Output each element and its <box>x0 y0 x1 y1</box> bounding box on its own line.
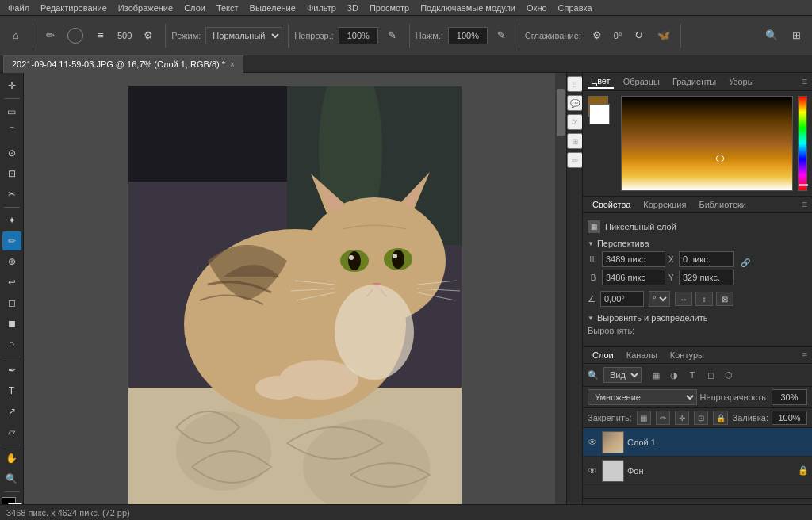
opacity-input[interactable] <box>339 27 378 44</box>
vertical-scrollbar[interactable] <box>555 73 566 520</box>
tab-channels[interactable]: Каналы <box>622 349 662 361</box>
flip-h-button[interactable]: ↔ <box>675 292 692 306</box>
rotate-button[interactable]: ↻ <box>627 25 649 47</box>
menu-file[interactable]: Файл <box>3 2 34 14</box>
panel-icon-chat[interactable]: 💬 <box>567 95 583 111</box>
menu-view[interactable]: Просмотр <box>365 2 414 14</box>
spot-heal-tool[interactable]: ✦ <box>2 211 21 230</box>
link-proportions-icon[interactable]: 🔗 <box>739 251 752 273</box>
brush-settings-button[interactable]: ⚙ <box>137 25 159 47</box>
color-panel-more[interactable]: ≡ <box>802 76 807 87</box>
tab-paths[interactable]: Контуры <box>665 349 709 361</box>
mirror-button[interactable]: 🦋 <box>653 25 675 47</box>
panel-icon-brush[interactable]: ✏ <box>567 152 583 168</box>
mode-select[interactable]: Нормальный <box>205 27 282 44</box>
angle-input[interactable] <box>600 291 644 307</box>
zoom-tool[interactable]: 🔍 <box>2 469 21 488</box>
color-swatches-fg-bg[interactable] <box>588 96 616 124</box>
eyedropper-tool[interactable]: ✂ <box>2 185 21 204</box>
layer-row-1[interactable]: 👁 Фон 🔒 <box>583 457 812 485</box>
type-tool[interactable]: T <box>2 381 21 400</box>
marquee-tool[interactable]: ▭ <box>2 102 21 121</box>
scrollbar-thumb[interactable] <box>557 89 565 136</box>
canvas-area[interactable] <box>24 73 566 520</box>
layers-panel-more[interactable]: ≡ <box>802 350 807 361</box>
lock-transparent-btn[interactable]: ▦ <box>637 411 651 425</box>
lock-artboard-btn[interactable]: ⊡ <box>694 411 708 425</box>
color-spectrum-bar[interactable] <box>798 96 807 191</box>
menu-select[interactable]: Выделение <box>245 2 301 14</box>
dodge-tool[interactable]: ○ <box>2 335 21 354</box>
brush-tool[interactable]: ✏ <box>2 231 21 250</box>
eraser-tool[interactable]: ◻ <box>2 293 21 312</box>
history-brush-tool[interactable]: ↩ <box>2 273 21 292</box>
quick-select-tool[interactable]: ⊙ <box>2 143 21 162</box>
extra-button[interactable]: ⊞ <box>785 25 807 47</box>
layers-kind-filter[interactable]: Вид <box>603 367 642 383</box>
panel-icon-fx[interactable]: fx <box>567 114 583 130</box>
lock-paint-btn[interactable]: ✏ <box>656 411 670 425</box>
color-picker-handle[interactable] <box>716 155 724 162</box>
move-tool[interactable]: ✛ <box>2 76 21 95</box>
home-button[interactable]: ⌂ <box>5 25 27 47</box>
crop-tool[interactable]: ⊡ <box>2 164 21 183</box>
panel-icon-home[interactable]: ⌂ <box>567 76 583 92</box>
filter-shape-btn[interactable]: ◻ <box>703 367 718 383</box>
opacity-value[interactable] <box>772 389 807 405</box>
flip-extra-button[interactable]: ⊠ <box>716 292 733 306</box>
tab-swatches[interactable]: Образцы <box>620 75 663 88</box>
panel-icon-layers[interactable]: ⊞ <box>567 133 583 149</box>
tab-layers[interactable]: Слои <box>588 349 619 361</box>
search-button[interactable]: 🔍 <box>760 25 783 47</box>
tab-libraries[interactable]: Библиотеки <box>694 198 751 211</box>
angle-unit-select[interactable]: ° <box>649 291 670 307</box>
menu-edit[interactable]: Редактирование <box>36 2 112 14</box>
fill-value[interactable] <box>772 411 807 425</box>
background-swatch[interactable] <box>589 104 610 124</box>
tab-gradients[interactable]: Градиенты <box>669 75 719 88</box>
menu-window[interactable]: Окно <box>522 2 552 14</box>
blend-mode-select[interactable]: Умножение <box>588 389 697 405</box>
pressure-pen-button[interactable]: ✎ <box>491 25 513 47</box>
tab-properties[interactable]: Свойства <box>588 198 635 211</box>
gradient-tool[interactable]: ◼ <box>2 314 21 333</box>
menu-filter[interactable]: Фильтр <box>302 2 341 14</box>
props-panel-more[interactable]: ≡ <box>802 199 807 210</box>
pen-tool[interactable]: ✒ <box>2 361 21 380</box>
menu-3d[interactable]: 3D <box>343 2 363 14</box>
menu-image[interactable]: Изображение <box>113 2 178 14</box>
menu-layers[interactable]: Слои <box>179 2 210 14</box>
clone-tool[interactable]: ⊕ <box>2 252 21 271</box>
lock-position-btn[interactable]: ✛ <box>675 411 689 425</box>
hand-tool[interactable]: ✋ <box>2 449 21 468</box>
layer-visibility-1[interactable]: 👁 <box>586 465 599 477</box>
filter-text-btn[interactable]: T <box>684 367 700 383</box>
path-select-tool[interactable]: ↗ <box>2 402 21 421</box>
menu-text[interactable]: Текст <box>212 2 243 14</box>
lock-all-btn[interactable]: 🔒 <box>713 411 727 425</box>
pressure-input[interactable] <box>448 27 488 44</box>
tab-patterns[interactable]: Узоры <box>726 75 756 88</box>
y-input[interactable] <box>679 270 734 285</box>
filter-pixel-btn[interactable]: ▦ <box>648 367 664 383</box>
color-gradient-picker[interactable] <box>621 96 793 191</box>
x-input[interactable] <box>679 251 734 267</box>
tab-color[interactable]: Цвет <box>588 75 614 89</box>
brush-size-button[interactable]: ≡ <box>90 25 112 47</box>
tab-corrections[interactable]: Коррекция <box>638 198 691 211</box>
brush-tool-button[interactable]: ✏ <box>39 25 61 47</box>
flip-v-button[interactable]: ↕ <box>695 292 713 306</box>
opacity-pen-button[interactable]: ✎ <box>381 25 404 47</box>
menu-plugins[interactable]: Подключаемые модули <box>416 2 520 14</box>
width-input[interactable] <box>602 251 665 267</box>
tab-close-button[interactable]: × <box>230 60 235 69</box>
height-input[interactable] <box>602 270 665 285</box>
menu-help[interactable]: Справка <box>553 2 597 14</box>
document-tab[interactable]: 2021-09-04 11-59-03.JPG @ 16,7% (Слой 1,… <box>3 55 243 73</box>
layer-visibility-0[interactable]: 👁 <box>586 436 599 449</box>
lasso-tool[interactable]: ⌒ <box>2 123 21 142</box>
filter-smart-btn[interactable]: ⬡ <box>721 367 737 383</box>
filter-adjust-btn[interactable]: ◑ <box>666 367 682 383</box>
shape-tool[interactable]: ▱ <box>2 422 21 442</box>
settings-button[interactable]: ⚙ <box>586 25 608 47</box>
